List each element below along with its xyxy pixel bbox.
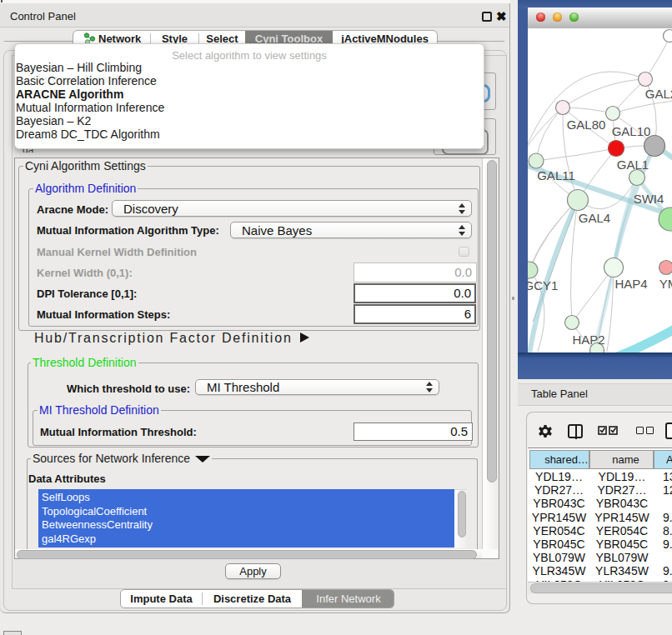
svg-text:GAL1: GAL1 (617, 158, 649, 172)
svg-text:GAL80: GAL80 (567, 118, 606, 132)
svg-text:GCY1: GCY1 (528, 278, 558, 292)
svg-text:HAP2: HAP2 (572, 332, 604, 347)
svg-text:GAL2: GAL2 (645, 87, 672, 101)
svg-text:GAL11: GAL11 (537, 168, 575, 182)
svg-text:HAP4: HAP4 (614, 277, 647, 291)
svg-text:GAL10: GAL10 (612, 124, 651, 138)
svg-text:SWI4: SWI4 (634, 192, 664, 206)
svg-text:GAL4: GAL4 (579, 211, 610, 225)
svg-text:YM: YM (659, 277, 672, 291)
